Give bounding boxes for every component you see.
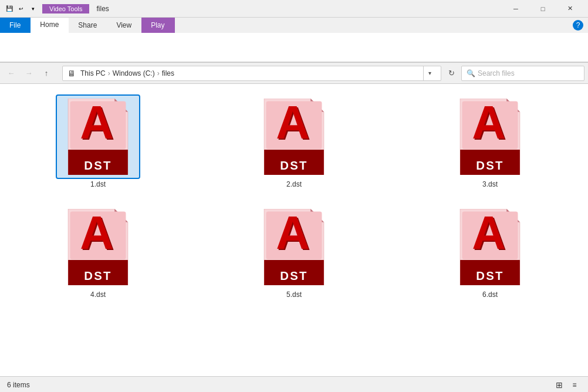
quick-access-save-icon[interactable]: 💾 xyxy=(5,4,14,13)
breadcrumb: 🖥 This PC › Windows (C:) › files xyxy=(67,69,174,78)
window-title: files xyxy=(96,5,109,13)
item-count: 6 items xyxy=(7,381,30,389)
svg-text:DST: DST xyxy=(84,269,111,282)
file-icon-wrapper: A A DST xyxy=(57,206,139,288)
svg-text:A: A xyxy=(276,99,309,148)
breadcrumb-windowsc[interactable]: Windows (C:) xyxy=(113,69,155,77)
refresh-button[interactable]: ↻ xyxy=(444,66,459,81)
file-item-3.dst[interactable]: A A DST 3.dst xyxy=(449,96,531,188)
list-view-button[interactable]: ≡ xyxy=(568,379,581,391)
ribbon-commands xyxy=(0,33,588,62)
svg-text:DST: DST xyxy=(476,269,503,282)
status-bar: 6 items ⊞ ≡ xyxy=(0,376,588,392)
svg-text:A: A xyxy=(80,209,113,259)
search-placeholder: Search files xyxy=(478,69,515,77)
address-dropdown-button[interactable]: ▾ xyxy=(423,66,436,81)
tab-share[interactable]: Share xyxy=(69,18,107,33)
file-label: 6.dst xyxy=(482,290,498,299)
file-item-1.dst[interactable]: A A DST 1.dst xyxy=(57,96,139,188)
back-button[interactable]: ← xyxy=(4,66,19,81)
main-area: A A DST 1.dst A A DST 2.dst xyxy=(0,84,588,376)
help-button[interactable]: ? xyxy=(573,20,583,31)
svg-text:DST: DST xyxy=(280,159,307,172)
view-toggle: ⊞ ≡ xyxy=(553,379,581,391)
file-label: 4.dst xyxy=(90,290,106,299)
address-bar[interactable]: 🖥 This PC › Windows (C:) › files ▾ xyxy=(62,66,441,81)
file-icon-wrapper: A A DST xyxy=(253,96,335,178)
file-item-2.dst[interactable]: A A DST 2.dst xyxy=(253,96,335,188)
search-bar[interactable]: 🔍 Search files xyxy=(461,66,584,81)
file-item-5.dst[interactable]: A A DST 5.dst xyxy=(253,206,335,299)
ribbon: File Home Share View Play ? xyxy=(0,18,588,63)
file-label: 2.dst xyxy=(286,180,302,188)
grid-view-button[interactable]: ⊞ xyxy=(553,379,566,391)
title-bar-icons: 💾 ↩ ▾ xyxy=(5,4,38,13)
minimize-button[interactable]: ─ xyxy=(502,0,529,18)
file-label: 3.dst xyxy=(482,180,498,188)
file-icon-wrapper: A A DST xyxy=(253,206,335,288)
search-icon: 🔍 xyxy=(467,69,475,77)
tab-view[interactable]: View xyxy=(107,18,141,33)
quick-access-undo-icon[interactable]: ↩ xyxy=(16,4,26,13)
file-item-4.dst[interactable]: A A DST 4.dst xyxy=(57,206,139,299)
close-button[interactable]: ✕ xyxy=(556,0,583,18)
title-bar-controls: ─ □ ✕ xyxy=(502,0,583,18)
svg-text:DST: DST xyxy=(84,159,111,172)
title-bar: 💾 ↩ ▾ Video Tools files ─ □ ✕ xyxy=(0,0,588,18)
breadcrumb-thispc[interactable]: This PC xyxy=(80,69,106,77)
forward-button[interactable]: → xyxy=(21,66,36,81)
ribbon-tabs: File Home Share View Play ? xyxy=(0,18,588,33)
file-label: 1.dst xyxy=(90,180,106,188)
file-grid: A A DST 1.dst A A DST 2.dst xyxy=(0,84,588,376)
file-item-6.dst[interactable]: A A DST 6.dst xyxy=(449,206,531,299)
tab-play[interactable]: Play xyxy=(141,18,174,33)
file-label: 5.dst xyxy=(286,290,302,299)
svg-text:A: A xyxy=(276,209,309,259)
svg-text:DST: DST xyxy=(280,269,307,282)
video-tools-label: Video Tools xyxy=(42,4,89,13)
maximize-button[interactable]: □ xyxy=(529,0,556,18)
file-icon-wrapper: A A DST xyxy=(449,206,531,288)
quick-access-menu-icon[interactable]: ▾ xyxy=(28,4,38,13)
svg-text:DST: DST xyxy=(476,159,503,172)
svg-text:A: A xyxy=(472,99,505,148)
tab-home[interactable]: Home xyxy=(31,18,69,33)
svg-text:A: A xyxy=(80,99,113,148)
breadcrumb-files[interactable]: files xyxy=(162,69,174,77)
tab-file[interactable]: File xyxy=(0,18,31,33)
svg-text:A: A xyxy=(472,209,505,259)
up-button[interactable]: ↑ xyxy=(39,66,54,81)
navigation-bar: ← → ↑ 🖥 This PC › Windows (C:) › files ▾… xyxy=(0,63,588,84)
file-icon-wrapper: A A DST xyxy=(449,96,531,178)
file-icon-wrapper: A A DST xyxy=(57,96,139,178)
